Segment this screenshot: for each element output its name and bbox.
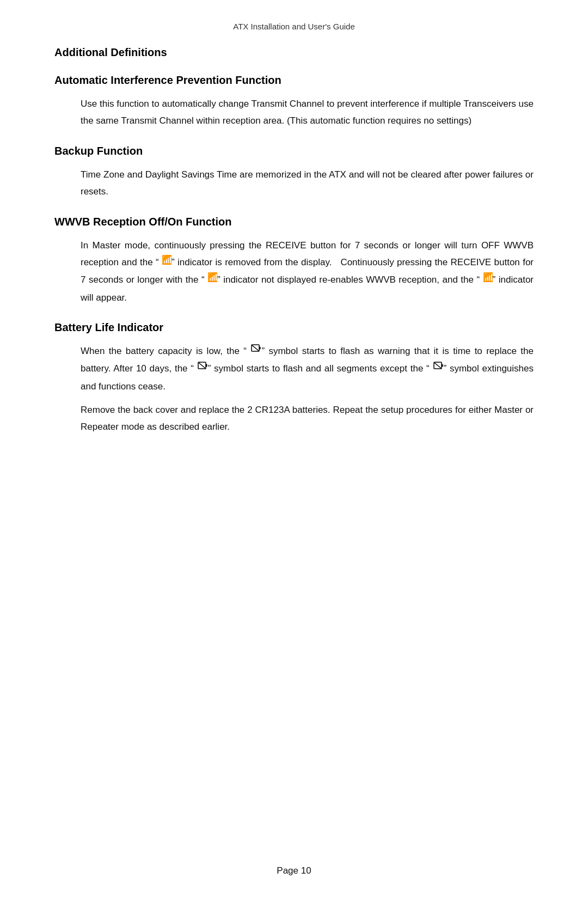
svg-rect-4 — [259, 346, 261, 349]
section-wwvb: WWVB Reception Off/On Function In Master… — [54, 216, 534, 306]
body-backup-function: Time Zone and Daylight Savings Time are … — [81, 166, 534, 200]
svg-rect-10 — [442, 364, 443, 367]
section-backup-function: Backup Function Time Zone and Daylight S… — [54, 145, 534, 200]
battery-icon-3 — [433, 359, 444, 376]
heading-additional-definitions: Additional Definitions — [54, 46, 534, 59]
svg-rect-7 — [206, 364, 207, 367]
svg-line-11 — [434, 363, 441, 368]
heading-wwvb: WWVB Reception Off/On Function — [54, 216, 534, 228]
svg-text:📶: 📶 — [207, 272, 217, 282]
page-container: ATX Installation and User's Guide Additi… — [0, 0, 588, 909]
heading-auto-interference: Automatic Interference Prevention Functi… — [54, 74, 534, 87]
battery-icon-2 — [197, 359, 208, 376]
heading-backup-function: Backup Function — [54, 145, 534, 157]
header-title: ATX Installation and User's Guide — [233, 22, 355, 31]
page-footer: Page 10 — [0, 865, 588, 876]
svg-text:📶: 📶 — [162, 254, 171, 265]
heading-battery-life: Battery Life Indicator — [54, 321, 534, 334]
signal-icon-2: 📶 — [207, 271, 217, 288]
body-wwvb: In Master mode, continuously pressing th… — [81, 237, 534, 306]
svg-text:📶: 📶 — [483, 272, 493, 282]
battery-icon-1 — [250, 342, 261, 359]
body-auto-interference: Use this function to automatically chang… — [81, 95, 534, 130]
body-battery-life-1: When the battery capacity is low, the “ … — [81, 343, 534, 395]
svg-line-8 — [199, 363, 205, 368]
signal-icon-1: 📶 — [162, 253, 171, 270]
body-battery-life-2: Remove the back cover and replace the 2 … — [81, 401, 534, 436]
section-battery-life: Battery Life Indicator When the battery … — [54, 321, 534, 436]
page-number: Page 10 — [277, 865, 311, 876]
section-additional-definitions: Additional Definitions — [54, 46, 534, 59]
svg-line-5 — [252, 345, 259, 351]
section-auto-interference: Automatic Interference Prevention Functi… — [54, 74, 534, 130]
page-header: ATX Installation and User's Guide — [54, 22, 534, 31]
signal-icon-3: 📶 — [483, 271, 493, 288]
